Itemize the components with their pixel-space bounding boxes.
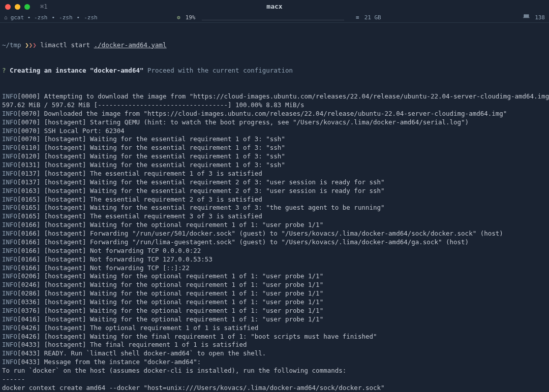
log-line: INFO[0166] [hostagent] Not forwarding TC… [2, 264, 547, 273]
terminal-host-icon: ⌂ [4, 14, 8, 22]
log-line: INFO[0165] [hostagent] The essential req… [2, 195, 547, 204]
log-line: INFO[0070] [hostagent] Waiting for the e… [2, 135, 547, 144]
log-line: INFO[0070] [hostagent] Starting QEMU (hi… [2, 118, 547, 127]
log-line: INFO[0166] [hostagent] Forwarding "/run/… [2, 238, 547, 247]
terminal-output[interactable]: ~/tmp ❯❯❯ limactl start ./docker-amd64.y… [0, 23, 549, 392]
log-line: INFO[0426] [hostagent] The optional requ… [2, 324, 547, 333]
log-line: INFO[0166] [hostagent] Forwarding "/run/… [2, 230, 547, 238]
prompt-chevron-icon: ❯❯❯ [25, 41, 37, 49]
log-line: INFO[0120] [hostagent] Waiting for the e… [2, 152, 547, 161]
log-line: INFO[0286] [hostagent] Waiting for the o… [2, 289, 547, 298]
log-line: INFO[0336] [hostagent] Waiting for the o… [2, 298, 547, 307]
log-line: ------ [2, 375, 547, 384]
log-line: 597.62 MiB / 597.62 MiB [---------------… [2, 101, 547, 110]
grid-icon: ᚙ [523, 14, 530, 22]
log-line: INFO[0166] [hostagent] Waiting for the o… [2, 221, 547, 230]
tab-shortcut-indicator: ⌘1 [40, 3, 47, 11]
status-memory: ≡21 GB [356, 14, 381, 22]
tab-3[interactable]: -zsh [83, 14, 99, 22]
tmux-tabs: ⌂ gcat • -zsh • -zsh • -zsh [4, 14, 99, 22]
minimize-traffic-light[interactable] [15, 4, 20, 10]
cpu-icon: ⚙ [177, 14, 180, 22]
log-line: docker context create amd64 --docker "ho… [2, 384, 547, 392]
log-line: INFO[0131] [hostagent] Waiting for the e… [2, 161, 547, 170]
cpu-sparkline [202, 15, 344, 20]
log-line: To run `docker` on the host (assumes doc… [2, 367, 547, 375]
log-line: INFO[0433] Message from the instance "do… [2, 358, 547, 367]
log-line: INFO[0165] [hostagent] Waiting for the e… [2, 204, 547, 212]
traffic-lights [5, 4, 30, 10]
titlebar: ⌘1 macx [0, 0, 549, 13]
log-line: INFO[0166] [hostagent] Not forwarding TC… [2, 247, 547, 255]
log-line: INFO[0246] [hostagent] Waiting for the o… [2, 281, 547, 289]
maximize-traffic-light[interactable] [24, 4, 30, 10]
status-right: ᚙ138 [523, 14, 545, 22]
log-line: INFO[0426] [hostagent] Waiting for the f… [2, 333, 547, 341]
window-title: macx [266, 2, 282, 11]
log-line: INFO[0166] [hostagent] Not forwarding TC… [2, 255, 547, 264]
log-line: INFO[0206] [hostagent] Waiting for the o… [2, 272, 547, 281]
memory-icon: ≡ [356, 14, 359, 22]
tab-1[interactable]: gcat • -zsh [10, 14, 49, 22]
log-line: INFO[0433] [hostagent] The final require… [2, 341, 547, 349]
log-line: INFO[0163] [hostagent] Waiting for the e… [2, 187, 547, 195]
log-line: INFO[0433] READY. Run `limactl shell doc… [2, 349, 547, 358]
log-line: INFO[0070] SSH Local Port: 62304 [2, 127, 547, 136]
log-line: INFO[0137] [hostagent] Waiting for the e… [2, 178, 547, 187]
tab-2[interactable]: -zsh [58, 14, 74, 22]
log-line: INFO[0000] Attempting to download the im… [2, 92, 547, 101]
confirm-line: ? Creating an instance "docker-amd64" Pr… [2, 67, 547, 75]
command-text: limactl start ./docker-amd64.yaml [40, 41, 166, 49]
prompt-line-1: ~/tmp ❯❯❯ limactl start ./docker-amd64.y… [2, 41, 547, 50]
log-line: INFO[0110] [hostagent] Waiting for the e… [2, 144, 547, 152]
status-cpu: ⚙19% [177, 14, 344, 22]
log-line: INFO[0376] [hostagent] Waiting for the o… [2, 307, 547, 315]
log-line: INFO[0165] [hostagent] The essential req… [2, 212, 547, 221]
tmux-status-bar: ⌂ gcat • -zsh • -zsh • -zsh ⚙19% ≡21 GB … [0, 13, 549, 22]
log-line: INFO[0070] Downloaded the image from "ht… [2, 110, 547, 118]
close-traffic-light[interactable] [5, 4, 11, 10]
log-line: INFO[0416] [hostagent] Waiting for the o… [2, 315, 547, 324]
log-line: INFO[0137] [hostagent] The essential req… [2, 170, 547, 178]
